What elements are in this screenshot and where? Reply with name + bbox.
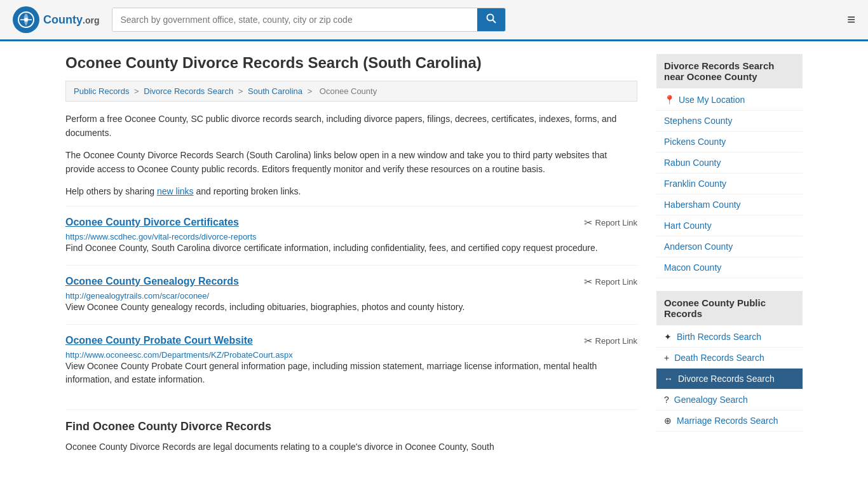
marriage-icon: ⊕ xyxy=(664,416,672,426)
sidebar: Divorce Records Search near Oconee Count… xyxy=(656,54,803,461)
intro-text-3: Help others by sharing new links and rep… xyxy=(65,184,637,198)
sidebar-marriage-records[interactable]: ⊕ Marriage Records Search xyxy=(656,410,803,431)
use-my-location[interactable]: 📍 Use My Location xyxy=(656,90,803,111)
intro-text-2: The Oconee County Divorce Records Search… xyxy=(65,148,637,177)
main-container: Oconee County Divorce Records Search (So… xyxy=(53,41,815,474)
header: County.org ≡ xyxy=(0,0,868,41)
report-icon: ✂ xyxy=(584,276,592,288)
sidebar-item-anderson[interactable]: Anderson County xyxy=(656,236,803,257)
report-icon: ✂ xyxy=(584,217,592,229)
logo-text: County.org xyxy=(43,13,99,27)
sidebar-item-macon[interactable]: Macon County xyxy=(656,257,803,278)
find-section: Find Oconee County Divorce Records Ocone… xyxy=(65,409,637,454)
report-link-3[interactable]: ✂ Report Link xyxy=(584,335,637,347)
sidebar-item-pickens[interactable]: Pickens County xyxy=(656,132,803,152)
record-item: Oconee County Genealogy Records ✂ Report… xyxy=(65,265,637,324)
sidebar-item-franklin[interactable]: Franklin County xyxy=(656,173,803,194)
report-link-1[interactable]: ✂ Report Link xyxy=(584,217,637,229)
record-title[interactable]: Oconee County Probate Court Website xyxy=(65,335,253,346)
search-input[interactable] xyxy=(112,8,477,31)
record-url[interactable]: https://www.scdhec.gov/vital-records/div… xyxy=(65,232,257,241)
svg-line-4 xyxy=(493,20,496,24)
new-links-link[interactable]: new links xyxy=(157,186,194,196)
birth-icon: ✦ xyxy=(664,332,672,342)
breadcrumb-divorce-search[interactable]: Divorce Records Search xyxy=(144,86,233,96)
sidebar-item-habersham[interactable]: Habersham County xyxy=(656,194,803,215)
menu-button[interactable]: ≡ xyxy=(847,11,855,28)
record-title[interactable]: Oconee County Genealogy Records xyxy=(65,276,239,287)
public-records-section: Oconee County Public Records ✦ Birth Rec… xyxy=(656,291,803,431)
record-item: Oconee County Probate Court Website ✂ Re… xyxy=(65,324,637,396)
find-section-title: Find Oconee County Divorce Records xyxy=(65,420,637,433)
logo-icon xyxy=(13,6,39,33)
sidebar-birth-records[interactable]: ✦ Birth Records Search xyxy=(656,327,803,348)
intro-text-1: Perform a free Oconee County, SC public … xyxy=(65,112,637,140)
record-desc: View Oconee County genealogy records, in… xyxy=(65,301,637,314)
death-icon: + xyxy=(664,353,669,363)
sidebar-divorce-records[interactable]: ↔ Divorce Records Search xyxy=(656,369,803,390)
record-url[interactable]: http://genealogytrails.com/scar/oconee/ xyxy=(65,291,209,301)
breadcrumb: Public Records > Divorce Records Search … xyxy=(65,81,637,102)
page-title: Oconee County Divorce Records Search (So… xyxy=(65,54,637,72)
divorce-icon: ↔ xyxy=(664,374,673,384)
svg-point-3 xyxy=(487,15,494,21)
record-desc: View Oconee County Probate Court general… xyxy=(65,360,637,386)
record-url[interactable]: http://www.oconeesc.com/Departments/KZ/P… xyxy=(65,350,293,360)
nearby-section: Divorce Records Search near Oconee Count… xyxy=(656,54,803,278)
public-records-header: Oconee County Public Records xyxy=(656,291,803,325)
breadcrumb-public-records[interactable]: Public Records xyxy=(74,86,129,96)
find-section-text: Oconee County Divorce Records are legal … xyxy=(65,440,637,454)
sidebar-item-rabun[interactable]: Rabun County xyxy=(656,152,803,173)
record-desc: Find Oconee County, South Carolina divor… xyxy=(65,241,637,255)
record-item: Oconee County Divorce Certificates ✂ Rep… xyxy=(65,206,637,265)
nearby-header: Divorce Records Search near Oconee Count… xyxy=(656,54,803,88)
genealogy-icon: ? xyxy=(664,395,669,405)
report-link-2[interactable]: ✂ Report Link xyxy=(584,276,637,288)
report-icon: ✂ xyxy=(584,335,592,347)
sidebar-item-hart[interactable]: Hart County xyxy=(656,215,803,236)
use-location-link[interactable]: Use My Location xyxy=(679,95,745,105)
breadcrumb-current: Oconee County xyxy=(320,86,377,96)
svg-point-2 xyxy=(24,18,28,22)
record-title[interactable]: Oconee County Divorce Certificates xyxy=(65,217,239,228)
logo[interactable]: County.org xyxy=(13,6,99,33)
sidebar-genealogy[interactable]: ? Genealogy Search xyxy=(656,390,803,410)
search-button[interactable] xyxy=(477,8,505,31)
location-icon: 📍 xyxy=(664,95,675,105)
content-area: Oconee County Divorce Records Search (So… xyxy=(65,54,637,461)
breadcrumb-south-carolina[interactable]: South Carolina xyxy=(248,86,302,96)
sidebar-item-stephens[interactable]: Stephens County xyxy=(656,111,803,132)
sidebar-death-records[interactable]: + Death Records Search xyxy=(656,348,803,369)
search-bar xyxy=(112,8,506,32)
